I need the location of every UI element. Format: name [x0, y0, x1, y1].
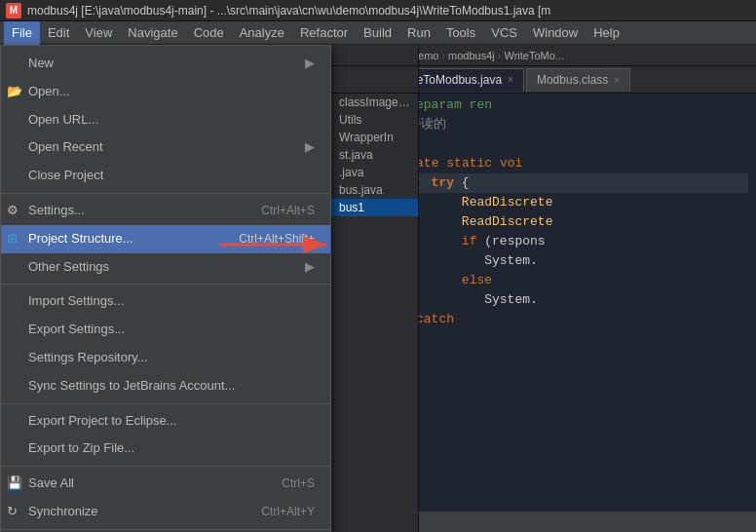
file-item-7[interactable]: bus1 [331, 199, 418, 216]
code-content: eparam ren 待读的 { @ ⊟ ivate static [370, 94, 756, 532]
code-line-61: else [378, 271, 748, 290]
menu-analyze[interactable]: Analyze [232, 21, 292, 45]
settings-icon: ⚙ [7, 201, 19, 221]
app-icon: M [6, 3, 21, 19]
file-panel: classImageList Utils WrapperIn st.java .… [331, 45, 419, 532]
code-line-58: ReadDiscrete [378, 212, 748, 232]
settings-shortcut: Ctrl+Alt+S [261, 202, 315, 220]
arrow-icon-other: ▶ [305, 257, 315, 278]
file-dropdown-menu: New ▶ 📂 Open... Open URL... Open Recent … [0, 45, 331, 532]
menu-item-export-settings[interactable]: Export Settings... [1, 316, 330, 344]
menu-code[interactable]: Code [186, 21, 232, 45]
menu-refactor[interactable]: Refactor [292, 21, 356, 45]
arrow-icon-recent: ▶ [305, 137, 315, 158]
menu-edit[interactable]: Edit [40, 21, 77, 45]
separator-3 [1, 403, 330, 404]
file-item-2[interactable]: Utils [331, 111, 418, 129]
code-line-53: 待读的 [378, 115, 748, 134]
code-line-62: System. [378, 290, 748, 310]
folder-icon: 📂 [7, 82, 22, 102]
menu-item-open-recent[interactable]: Open Recent ▶ [1, 133, 330, 162]
title-text: modbus4j [E:\java\modbus4j-main] - ...\s… [27, 4, 550, 18]
code-line-57: ReadDiscrete [378, 193, 748, 212]
menu-item-project-structure[interactable]: ⊞ Project Structure... Ctrl+Alt+Shift+ [1, 225, 330, 253]
code-line-52: eparam ren [378, 95, 748, 115]
code-line-55: @ ⊟ ivate static voi [378, 154, 748, 173]
menu-item-settings[interactable]: ⚙ Settings... Ctrl+Alt+S [1, 197, 330, 225]
menu-item-open-url[interactable]: Open URL... [1, 106, 330, 134]
menu-item-settings-repo[interactable]: Settings Repository... [1, 344, 330, 372]
menu-tools[interactable]: Tools [438, 21, 483, 45]
file-item-5[interactable]: .java [331, 164, 418, 181]
save-icon: 💾 [7, 474, 22, 494]
menu-help[interactable]: Help [586, 21, 627, 45]
structure-icon: ⊞ [7, 229, 18, 249]
file-item-3[interactable]: WrapperIn [331, 129, 418, 146]
menu-item-close-project[interactable]: Close Project [1, 162, 330, 190]
separator-2 [1, 284, 330, 285]
menu-build[interactable]: Build [356, 21, 399, 45]
code-line-63: catch [378, 310, 748, 329]
arrow-icon: ▶ [305, 54, 315, 74]
main-content: New ▶ 📂 Open... Open URL... Open Recent … [0, 45, 756, 532]
tab-label-modbus: Modbus.class [537, 73, 608, 87]
title-bar: M modbus4j [E:\java\modbus4j-main] - ...… [0, 0, 756, 21]
file-item-4[interactable]: st.java [331, 146, 418, 164]
menu-item-new[interactable]: New ▶ [1, 50, 330, 78]
menu-item-other-settings[interactable]: Other Settings ▶ [1, 253, 330, 282]
sync-icon: ↻ [7, 502, 18, 522]
code-line-60: System. [378, 251, 748, 271]
menu-window[interactable]: Window [525, 21, 586, 45]
save-shortcut: Ctrl+S [282, 475, 315, 493]
menu-item-import-settings[interactable]: Import Settings... [1, 287, 330, 316]
file-item-1[interactable]: classImageList [331, 94, 418, 111]
code-line-56: try { [378, 173, 748, 193]
code-line-59: if (respons [378, 232, 748, 251]
menu-view[interactable]: View [77, 21, 120, 45]
menu-item-export-eclipse[interactable]: Export Project to Eclipse... [1, 407, 330, 436]
menu-bar: File Edit View Navigate Code Analyze Ref… [0, 21, 756, 45]
separator-1 [1, 193, 330, 194]
menu-run[interactable]: Run [399, 21, 438, 45]
menu-vcs[interactable]: VCS [483, 21, 525, 45]
sync-shortcut: Ctrl+Alt+Y [261, 503, 315, 521]
tab-modbus-class[interactable]: Modbus.class × [526, 68, 630, 92]
project-structure-shortcut: Ctrl+Alt+Shift+ [239, 230, 315, 248]
menu-item-export-zip[interactable]: Export to Zip File... [1, 435, 330, 463]
menu-item-save-all[interactable]: 💾 Save All Ctrl+S [1, 470, 330, 498]
menu-item-open[interactable]: 📂 Open... [1, 78, 330, 106]
menu-item-sync-settings[interactable]: Sync Settings to JetBrains Account... [1, 372, 330, 400]
code-line-54: { [378, 134, 748, 154]
tab-close-modbus[interactable]: × [614, 75, 620, 86]
menu-item-synchronize[interactable]: ↻ Synchronize Ctrl+Alt+Y [1, 498, 330, 526]
tab-close-write[interactable]: × [508, 74, 513, 85]
separator-4 [1, 466, 330, 467]
file-item-6[interactable]: bus.java [331, 181, 418, 199]
separator-5 [1, 529, 330, 530]
menu-navigate[interactable]: Navigate [120, 21, 185, 45]
menu-file[interactable]: File [4, 21, 40, 45]
